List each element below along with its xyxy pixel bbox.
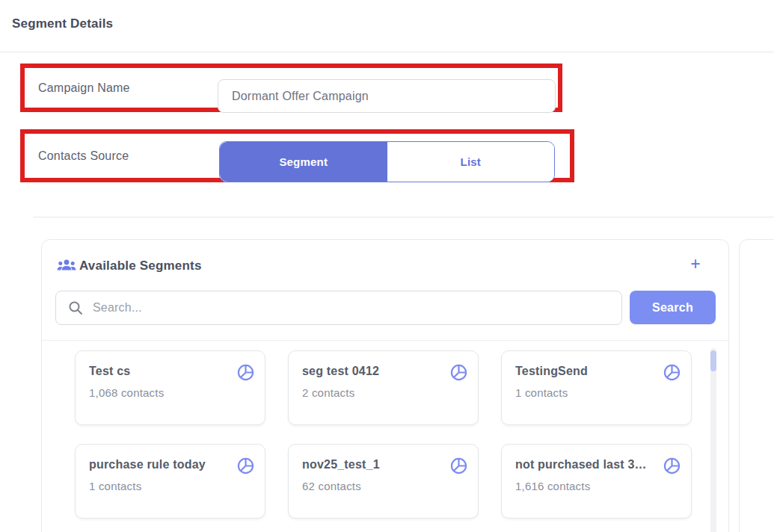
section-divider	[33, 217, 774, 217]
panel-divider	[42, 340, 728, 341]
pie-chart-icon	[236, 363, 255, 382]
segment-search-input[interactable]	[55, 291, 622, 325]
segment-card-test-cs[interactable]: Test cs 1,068 contacts	[75, 350, 265, 425]
segment-name: Test cs	[89, 365, 229, 378]
segments-scrollbar-thumb[interactable]	[710, 350, 716, 371]
segment-contacts-count: 2 contacts	[302, 386, 354, 399]
segments-scrollbar-track[interactable]	[710, 348, 716, 532]
toggle-list-button[interactable]: List	[387, 142, 555, 182]
pie-chart-icon	[449, 363, 468, 382]
segment-contacts-count: 1 contacts	[515, 386, 568, 399]
segment-card-not-purchased-last-3[interactable]: not purchased last 3… 1,616 contacts	[501, 444, 692, 519]
segment-card-nov25-test-1[interactable]: nov25_test_1 62 contacts	[288, 444, 479, 519]
pie-chart-icon	[663, 363, 681, 382]
segment-contacts-count: 62 contacts	[302, 480, 361, 492]
available-segments-title: Available Segments	[79, 259, 202, 273]
campaign-name-label: Campaign Name	[38, 81, 130, 95]
page-title: Segment Details	[12, 16, 113, 31]
contacts-source-toggle: Segment List	[219, 141, 555, 182]
pie-chart-icon	[449, 457, 468, 475]
pie-chart-icon	[663, 457, 681, 475]
header-divider	[0, 52, 774, 52]
segment-name: nov25_test_1	[302, 458, 442, 471]
search-button[interactable]: Search	[630, 291, 716, 324]
selected-segments-panel-edge	[739, 239, 774, 532]
toggle-segment-button[interactable]: Segment	[220, 142, 387, 182]
annotation-box-campaign-name: Campaign Name	[20, 64, 562, 112]
segment-name: purchase rule today	[89, 458, 229, 471]
users-icon	[57, 257, 76, 273]
pie-chart-icon	[236, 457, 255, 475]
segment-contacts-count: 1,068 contacts	[89, 386, 164, 399]
annotation-box-contacts-source: Contacts Source Segment List	[20, 129, 574, 182]
segment-card-testingsend[interactable]: TestingSend 1 contacts	[501, 350, 692, 425]
contacts-source-label: Contacts Source	[38, 149, 129, 163]
add-segment-button[interactable]: +	[684, 252, 707, 276]
available-segments-panel: Available Segments + Search Test cs 1,06…	[41, 239, 729, 532]
campaign-name-input[interactable]	[218, 79, 556, 113]
segment-card-seg-test-0412[interactable]: seg test 0412 2 contacts	[288, 350, 479, 425]
segment-card-purchase-rule-today[interactable]: purchase rule today 1 contacts	[75, 444, 265, 519]
segment-name: TestingSend	[515, 365, 655, 378]
segment-contacts-count: 1 contacts	[89, 480, 141, 492]
segment-name: seg test 0412	[302, 365, 442, 378]
segment-name: not purchased last 3…	[515, 458, 655, 471]
segment-contacts-count: 1,616 contacts	[515, 480, 590, 492]
